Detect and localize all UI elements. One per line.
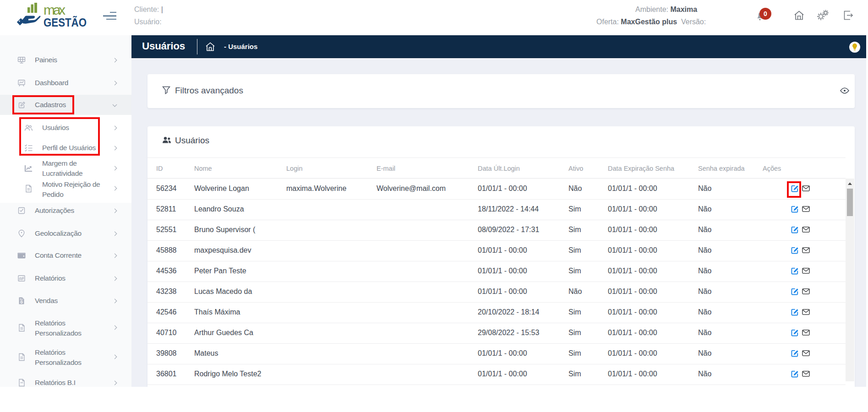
svg-text:max: max	[44, 3, 66, 17]
svg-text:GESTÃO: GESTÃO	[44, 16, 87, 29]
svg-text:$: $	[21, 301, 22, 304]
